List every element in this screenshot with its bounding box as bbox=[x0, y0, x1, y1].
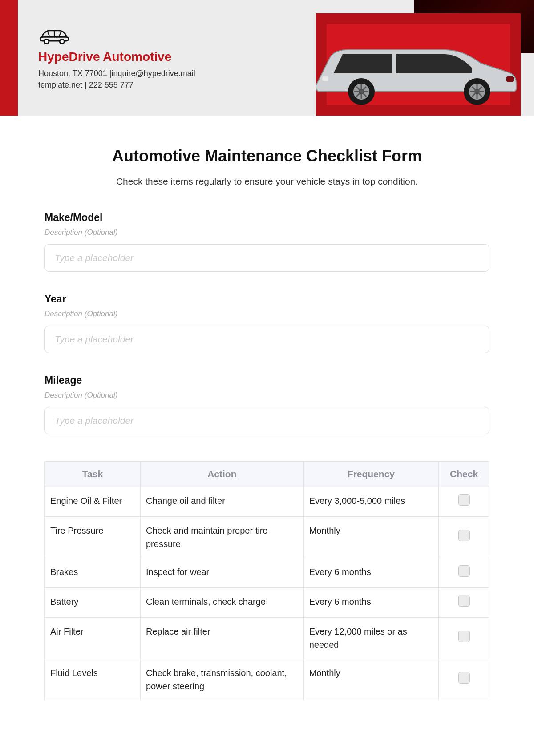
th-check: Check bbox=[439, 462, 490, 487]
cell-action: Inspect for wear bbox=[140, 558, 303, 588]
company-contact: Houston, TX 77001 |inquire@hypedrive.mai… bbox=[38, 68, 240, 91]
year-input[interactable] bbox=[44, 326, 490, 353]
table-row: Fluid LevelsCheck brake, transmission, c… bbox=[45, 659, 490, 700]
company-name: HypeDrive Automotive bbox=[38, 50, 240, 64]
car-logo-icon bbox=[38, 38, 70, 46]
cell-frequency: Monthly bbox=[303, 659, 438, 700]
field-make-model: Make/Model Description (Optional) bbox=[44, 212, 490, 272]
document-header: HypeDrive Automotive Houston, TX 77001 |… bbox=[0, 0, 534, 116]
make-model-input[interactable] bbox=[44, 244, 490, 272]
cell-task: Air Filter bbox=[45, 618, 141, 659]
field-mileage: Mileage Description (Optional) bbox=[44, 374, 490, 434]
svg-point-1 bbox=[44, 39, 49, 44]
table-row: Air FilterReplace air filterEvery 12,000… bbox=[45, 618, 490, 659]
svg-line-4 bbox=[48, 32, 50, 37]
row-checkbox[interactable] bbox=[458, 494, 470, 506]
table-row: Engine Oil & FilterChange oil and filter… bbox=[45, 487, 490, 517]
header-graphic bbox=[249, 0, 534, 116]
accent-bar bbox=[0, 0, 18, 116]
svg-point-2 bbox=[60, 39, 64, 44]
row-checkbox[interactable] bbox=[458, 565, 470, 577]
field-description: Description (Optional) bbox=[44, 228, 490, 237]
cell-action: Change oil and filter bbox=[140, 487, 303, 517]
row-checkbox[interactable] bbox=[458, 595, 470, 607]
mileage-input[interactable] bbox=[44, 407, 490, 434]
contact-line-1: Houston, TX 77001 |inquire@hypedrive.mai… bbox=[38, 69, 195, 78]
maintenance-table: Task Action Frequency Check Engine Oil &… bbox=[44, 461, 490, 700]
th-action: Action bbox=[140, 462, 303, 487]
table-row: BatteryClean terminals, check chargeEver… bbox=[45, 588, 490, 618]
suv-car-icon bbox=[303, 32, 525, 108]
svg-rect-20 bbox=[322, 76, 328, 81]
company-info: HypeDrive Automotive Houston, TX 77001 |… bbox=[18, 0, 240, 116]
cell-action: Replace air filter bbox=[140, 618, 303, 659]
form-content: Automotive Maintenance Checklist Form Ch… bbox=[0, 116, 534, 700]
contact-line-2: template.net | 222 555 777 bbox=[38, 80, 134, 89]
field-label: Mileage bbox=[44, 374, 490, 386]
table-row: Tire PressureCheck and maintain proper t… bbox=[45, 517, 490, 558]
cell-task: Engine Oil & Filter bbox=[45, 487, 141, 517]
cell-task: Battery bbox=[45, 588, 141, 618]
svg-rect-21 bbox=[506, 76, 514, 82]
cell-frequency: Every 6 months bbox=[303, 558, 438, 588]
row-checkbox[interactable] bbox=[458, 672, 470, 684]
cell-frequency: Monthly bbox=[303, 517, 438, 558]
cell-frequency: Every 12,000 miles or as needed bbox=[303, 618, 438, 659]
cell-check bbox=[439, 487, 490, 517]
th-frequency: Frequency bbox=[303, 462, 438, 487]
page-subtitle: Check these items regularly to ensure yo… bbox=[44, 176, 490, 187]
cell-action: Check and maintain proper tire pressure bbox=[140, 517, 303, 558]
cell-task: Tire Pressure bbox=[45, 517, 141, 558]
field-year: Year Description (Optional) bbox=[44, 293, 490, 353]
cell-action: Check brake, transmission, coolant, powe… bbox=[140, 659, 303, 700]
cell-frequency: Every 3,000-5,000 miles bbox=[303, 487, 438, 517]
row-checkbox[interactable] bbox=[458, 631, 470, 642]
cell-task: Fluid Levels bbox=[45, 659, 141, 700]
field-label: Make/Model bbox=[44, 212, 490, 224]
row-checkbox[interactable] bbox=[458, 530, 470, 541]
cell-action: Clean terminals, check charge bbox=[140, 588, 303, 618]
cell-frequency: Every 6 months bbox=[303, 588, 438, 618]
field-description: Description (Optional) bbox=[44, 310, 490, 318]
page-title: Automotive Maintenance Checklist Form bbox=[44, 147, 490, 165]
table-row: BrakesInspect for wearEvery 6 months bbox=[45, 558, 490, 588]
cell-check bbox=[439, 558, 490, 588]
svg-line-5 bbox=[59, 32, 61, 37]
table-header-row: Task Action Frequency Check bbox=[45, 462, 490, 487]
cell-check bbox=[439, 588, 490, 618]
cell-check bbox=[439, 517, 490, 558]
field-label: Year bbox=[44, 293, 490, 305]
cell-check bbox=[439, 659, 490, 700]
th-task: Task bbox=[45, 462, 141, 487]
cell-task: Brakes bbox=[45, 558, 141, 588]
cell-check bbox=[439, 618, 490, 659]
field-description: Description (Optional) bbox=[44, 391, 490, 400]
